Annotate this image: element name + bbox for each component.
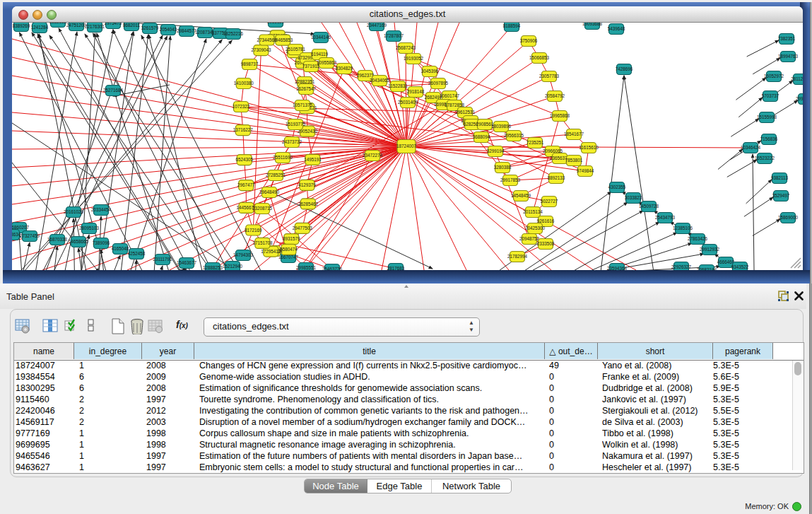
svg-text:26097895: 26097895 (428, 81, 449, 86)
svg-text:29985551: 29985551 (296, 265, 317, 270)
svg-text:25687243: 25687243 (396, 45, 416, 50)
svg-text:29612531: 29612531 (455, 110, 476, 115)
svg-text:14794303: 14794303 (233, 252, 254, 257)
svg-text:15212940: 15212940 (223, 264, 243, 269)
svg-text:15193775: 15193775 (286, 122, 306, 127)
svg-text:7382351: 7382351 (778, 36, 796, 41)
svg-text:18039896: 18039896 (491, 124, 512, 129)
svg-text:27327459: 27327459 (20, 233, 40, 238)
svg-text:23447169: 23447169 (367, 23, 387, 28)
svg-text:14100380: 14100380 (234, 81, 254, 86)
svg-text:3045396: 3045396 (421, 69, 439, 74)
svg-text:2054043: 2054043 (160, 27, 177, 32)
svg-text:14658665: 14658665 (69, 239, 89, 244)
svg-text:3750906: 3750906 (520, 38, 538, 43)
svg-text:4666460: 4666460 (717, 259, 735, 264)
svg-text:4252458: 4252458 (128, 251, 146, 256)
svg-text:29477503: 29477503 (293, 226, 313, 230)
svg-text:24373732: 24373732 (282, 139, 302, 144)
svg-text:5439648: 5439648 (608, 26, 625, 31)
svg-text:10955862: 10955862 (317, 60, 337, 65)
svg-text:27344569: 27344569 (257, 37, 277, 42)
svg-text:12888253: 12888253 (203, 265, 223, 270)
svg-text:19965868: 19965868 (550, 113, 570, 118)
svg-text:8172169: 8172169 (245, 228, 262, 233)
svg-text:18252216: 18252216 (223, 31, 244, 36)
svg-text:10571375: 10571375 (293, 103, 313, 107)
svg-text:4165048: 4165048 (112, 246, 129, 251)
svg-text:22682194: 22682194 (697, 267, 717, 270)
svg-text:16052972: 16052972 (764, 74, 784, 78)
svg-text:23208715: 23208715 (252, 206, 273, 211)
svg-text:2962373: 2962373 (357, 73, 375, 78)
svg-text:20948752: 20948752 (519, 236, 540, 241)
svg-text:20434065: 20434065 (370, 78, 390, 83)
svg-text:20425300: 20425300 (525, 226, 546, 230)
svg-text:25511690: 25511690 (273, 155, 293, 160)
svg-text:8682011: 8682011 (123, 23, 141, 28)
svg-text:7156836: 7156836 (760, 136, 778, 141)
svg-text:29844577: 29844577 (177, 28, 197, 33)
svg-text:25271684: 25271684 (103, 88, 124, 93)
svg-text:15066853: 15066853 (529, 55, 550, 60)
svg-text:25463726: 25463726 (322, 267, 343, 270)
svg-text:19648490: 19648490 (259, 189, 280, 194)
svg-text:3688094: 3688094 (473, 134, 490, 139)
svg-text:7428696: 7428696 (616, 66, 633, 71)
svg-text:23057783: 23057783 (539, 74, 560, 78)
svg-text:22926327: 22926327 (671, 264, 692, 269)
svg-text:5022727: 5022727 (541, 199, 558, 204)
svg-text:6194119: 6194119 (311, 52, 329, 57)
svg-text:25031409: 25031409 (398, 100, 418, 105)
svg-text:18724007: 18724007 (396, 144, 417, 148)
svg-text:10346424: 10346424 (741, 145, 761, 150)
svg-text:25434793: 25434793 (655, 215, 676, 220)
svg-text:8304829: 8304829 (336, 66, 353, 71)
svg-text:3033823: 3033823 (625, 195, 642, 200)
svg-text:27863426: 27863426 (688, 236, 708, 241)
svg-text:4129379: 4129379 (298, 182, 316, 187)
svg-text:19193052: 19193052 (404, 56, 424, 61)
svg-text:3280388: 3280388 (494, 165, 512, 170)
svg-text:16870338: 16870338 (47, 237, 68, 242)
svg-text:6524305: 6524305 (235, 157, 253, 162)
svg-text:29917853: 29917853 (500, 177, 521, 182)
svg-text:7235251: 7235251 (526, 140, 544, 145)
svg-text:8892133: 8892133 (548, 175, 565, 180)
svg-text:2918148: 2918148 (407, 89, 425, 94)
svg-text:20161026: 20161026 (64, 209, 84, 214)
svg-text:3261579: 3261579 (141, 25, 159, 30)
svg-text:9898737: 9898737 (241, 62, 259, 66)
svg-text:9749844: 9749844 (577, 168, 594, 173)
svg-text:27309043: 27309043 (251, 47, 271, 52)
svg-text:16670747: 16670747 (278, 255, 299, 259)
svg-text:29902079: 29902079 (796, 96, 803, 101)
svg-text:15155998: 15155998 (757, 115, 777, 119)
svg-text:3299194: 3299194 (487, 148, 505, 153)
svg-text:23594364: 23594364 (607, 266, 628, 270)
svg-text:14548459: 14548459 (511, 193, 531, 198)
svg-text:9343522: 9343522 (731, 264, 749, 269)
svg-text:8986110: 8986110 (267, 23, 285, 24)
svg-text:29912932: 29912932 (700, 247, 720, 252)
svg-text:22176301: 22176301 (85, 24, 105, 29)
svg-text:27285251: 27285251 (266, 173, 286, 177)
svg-text:16523222: 16523222 (755, 156, 775, 160)
svg-text:2817683: 2817683 (387, 266, 405, 270)
svg-text:20115134: 20115134 (523, 209, 543, 214)
svg-text:8389269: 8389269 (13, 23, 30, 28)
svg-text:11522831: 11522831 (388, 83, 408, 88)
svg-text:8188594: 8188594 (503, 23, 521, 28)
svg-text:23111791: 23111791 (153, 257, 172, 262)
svg-text:17287807: 17287807 (384, 33, 404, 38)
svg-text:3382132: 3382132 (49, 23, 67, 24)
svg-text:28095103: 28095103 (79, 226, 100, 230)
svg-text:11615610: 11615610 (579, 145, 599, 150)
svg-text:7853801: 7853801 (565, 158, 583, 163)
svg-text:20601747: 20601747 (440, 93, 460, 98)
svg-text:10344146: 10344146 (311, 35, 331, 40)
svg-text:2967477: 2967477 (237, 182, 255, 187)
svg-text:28112727: 28112727 (791, 76, 803, 81)
svg-text:17295412: 17295412 (261, 249, 281, 254)
svg-text:2975475: 2975475 (105, 23, 122, 25)
